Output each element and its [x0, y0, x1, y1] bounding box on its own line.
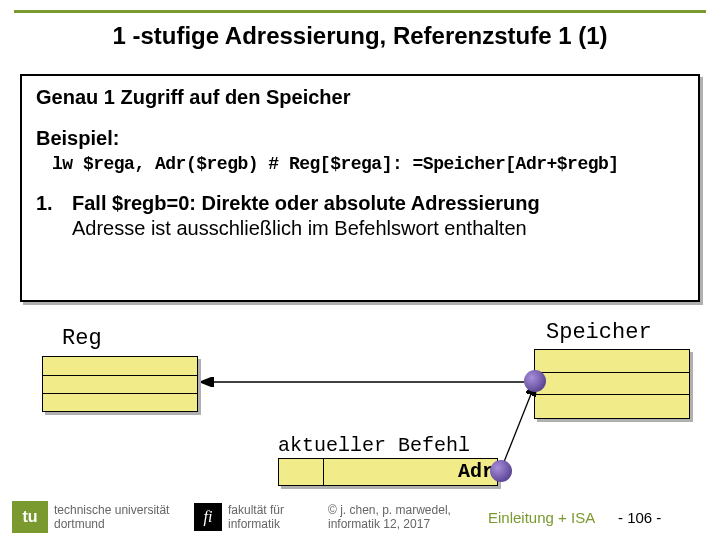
- fak-line2: informatik: [228, 517, 280, 531]
- uni-line2: dortmund: [54, 517, 105, 531]
- speicher-row-divider: [535, 372, 689, 373]
- reg-label: Reg: [62, 326, 102, 351]
- copy-line2: informatik 12, 2017: [328, 517, 430, 531]
- line-heading: Genau 1 Zugriff auf den Speicher: [36, 86, 684, 109]
- footer: tu technische universität dortmund fi fa…: [0, 494, 720, 540]
- speicher-box: [534, 349, 690, 419]
- reg-row-divider: [43, 375, 197, 376]
- faculty-name: fakultät für informatik: [228, 503, 328, 532]
- copyright: © j. chen, p. marwedel, informatik 12, 2…: [328, 503, 488, 532]
- reg-row-divider: [43, 393, 197, 394]
- speicher-row-divider: [535, 394, 689, 395]
- fak-line1: fakultät für: [228, 503, 284, 517]
- befehl-label: aktueller Befehl: [278, 434, 470, 457]
- section-name: Einleitung + ISA: [488, 509, 618, 526]
- tu-logo: tu: [12, 501, 48, 533]
- fi-logo: fi: [194, 503, 222, 531]
- page-number: - 106 -: [618, 509, 661, 526]
- uni-line1: technische universität: [54, 503, 169, 517]
- purple-dot-icon: [524, 370, 546, 392]
- case-row: 1. Fall $regb=0: Direkte oder absolute A…: [36, 192, 684, 215]
- slide-title: 1 -stufige Adressierung, Referenzstufe 1…: [0, 22, 720, 50]
- purple-dot-icon: [490, 460, 512, 482]
- copy-line1: © j. chen, p. marwedel,: [328, 503, 451, 517]
- befehl-divider: [323, 459, 324, 485]
- content-box: Genau 1 Zugriff auf den Speicher Beispie…: [20, 74, 700, 302]
- case-line1: Fall $regb=0: Direkte oder absolute Adre…: [72, 192, 540, 215]
- case-number: 1.: [36, 192, 72, 215]
- adr-label: Adr: [458, 460, 494, 483]
- example-label: Beispiel:: [36, 127, 684, 150]
- speicher-label: Speicher: [546, 320, 652, 345]
- case-line2: Adresse ist ausschließlich im Befehlswor…: [72, 217, 684, 240]
- example-code: lw $rega, Adr($regb) # Reg[$rega]: =Spei…: [52, 154, 684, 174]
- top-rule: [14, 10, 706, 13]
- reg-box: [42, 356, 198, 412]
- svg-line-1: [500, 384, 535, 472]
- university-name: technische universität dortmund: [54, 503, 194, 532]
